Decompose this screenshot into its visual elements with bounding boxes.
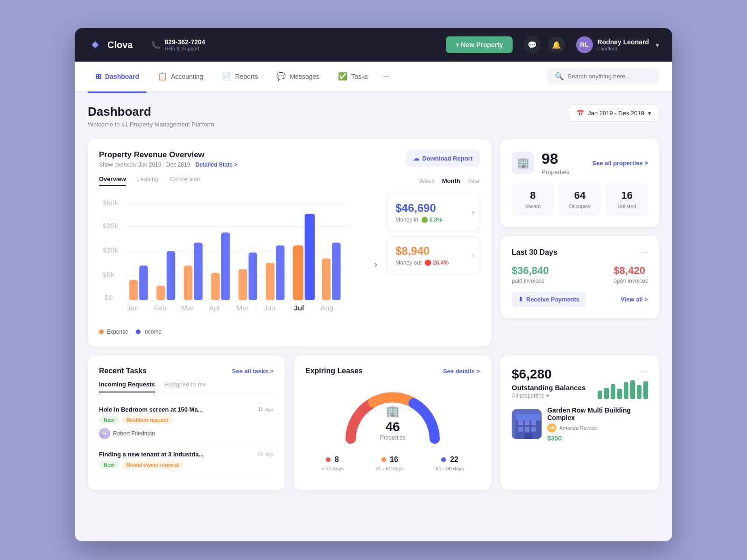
nav-accounting-label: Accounting	[171, 73, 203, 80]
svg-rect-20	[266, 263, 274, 300]
menu-bar: ⊞ Dashboard 📋 Accounting 📄 Reports 💬 Mes…	[75, 62, 672, 91]
property-balance: $350	[547, 434, 648, 442]
nav-accounting[interactable]: 📋 Accounting	[150, 68, 211, 84]
lease-item-90: 22 61 - 90 days	[436, 455, 464, 471]
date-range-label: Jan 2019 - Des 2019	[588, 110, 644, 117]
income-dot	[136, 329, 141, 334]
phone-number: 829-362-7204	[164, 38, 205, 46]
nav-reports[interactable]: 📄 Reports	[214, 68, 265, 84]
see-all-properties-link[interactable]: See all properties >	[592, 160, 648, 167]
legend-income: Income	[136, 329, 162, 335]
outstanding-dots-button[interactable]: ···	[598, 367, 648, 377]
tag-resident: Resident request	[122, 416, 173, 424]
phone-subtitle: Help & Support	[164, 46, 205, 51]
lease-count-90: 22	[450, 455, 458, 463]
income-label: Income	[143, 329, 162, 335]
period-year[interactable]: Year	[468, 177, 480, 184]
paid-invoices: $36,840 paid invoices	[512, 265, 549, 284]
lease-label-30: < 30 days	[321, 466, 344, 471]
task-row: Hole in Bedroom screen at 150 Ma... 1d a…	[99, 406, 274, 413]
properties-header: 🏢 98 Properties See all properties >	[512, 150, 648, 175]
last30-dots-button[interactable]: ···	[641, 247, 648, 257]
property-stats-grid: 8 Vacant 64 Occupied 16 Unlisted	[512, 183, 648, 216]
property-item: Garden Row Multi Building Complex AR Ama…	[512, 406, 648, 442]
user-avatar: RL	[576, 36, 593, 53]
vacant-label: Vacant	[518, 203, 548, 209]
svg-rect-38	[525, 420, 529, 425]
svg-text:Aug: Aug	[321, 304, 333, 312]
new-property-button[interactable]: + New Property	[446, 36, 512, 53]
download-icon: ☁	[413, 155, 419, 162]
outstanding-title: Outstanding Balances	[512, 384, 585, 392]
revenue-header: Property Revenue Overview Show overview …	[99, 150, 480, 168]
search-input[interactable]	[568, 73, 652, 80]
money-in-nav-icon[interactable]: ›	[472, 209, 474, 216]
nav-tasks[interactable]: ✅ Tasks	[331, 68, 375, 84]
tab-overview[interactable]: Overview	[99, 175, 126, 186]
bar-8	[643, 381, 648, 399]
see-details-link[interactable]: See details >	[443, 368, 480, 375]
chat-icon-button[interactable]: 💬	[524, 36, 541, 53]
lease-label-90: 61 - 90 days	[436, 466, 464, 471]
right-column: 🏢 98 Properties See all properties > 8 V…	[500, 139, 659, 346]
last-30-days-card: Last 30 Days ··· $36,840 paid invoices $…	[500, 236, 659, 318]
receive-payments-button[interactable]: ⬇ Receive Payments	[512, 292, 586, 307]
building-icon: 🏢	[512, 152, 534, 174]
page-subtitle: Welcome to #1 Property Management Platfo…	[88, 121, 214, 128]
svg-text:$35k: $35k	[103, 222, 119, 230]
date-range-button[interactable]: 📅 Jan 2019 - Des 2019 ▾	[569, 105, 659, 122]
detailed-stats-link[interactable]: Detailed Stats >	[196, 161, 238, 168]
money-out-nav-icon[interactable]: ›	[472, 252, 474, 259]
unlisted-label: Unlisted	[612, 203, 641, 209]
last30-header: Last 30 Days ···	[512, 247, 648, 257]
occupied-label: Occupied	[565, 203, 595, 209]
assigned-to-me-tab[interactable]: Assigned to me	[164, 381, 206, 392]
user-role: Landlord	[598, 46, 649, 51]
svg-rect-18	[239, 269, 247, 300]
user-profile-area[interactable]: RL Rodney Leonard Landlord ▾	[576, 36, 659, 53]
nav-dashboard[interactable]: ⊞ Dashboard	[88, 68, 147, 84]
download-label: Download Report	[422, 155, 472, 162]
bell-icon-button[interactable]: 🔔	[548, 36, 565, 53]
page-title: Dashboard	[88, 105, 214, 119]
property-owner: AR Amanda Rawles	[547, 423, 648, 433]
chevron-down-icon: ▾	[648, 110, 651, 117]
tab-conversion[interactable]: Conversion	[169, 175, 200, 186]
donut-count: 46	[380, 420, 406, 434]
money-out-label: Money out 🔴 26.4%	[395, 259, 471, 266]
property-name: Garden Row Multi Building Complex	[547, 406, 648, 421]
bar-7	[637, 385, 641, 399]
svg-rect-15	[194, 243, 202, 300]
svg-rect-25	[332, 243, 340, 300]
paid-invoices-amount: $36,840	[512, 265, 549, 277]
period-month[interactable]: Month	[442, 177, 460, 184]
donut-center: 🏢 46 Properties	[380, 405, 406, 441]
see-all-tasks-link[interactable]: See all tasks >	[232, 368, 274, 375]
lease-legend: 8 < 30 days 16 31 - 60 days	[305, 455, 480, 471]
chart-right-arrow[interactable]: ›	[373, 194, 379, 335]
logo: Clova	[88, 37, 133, 52]
orange-dot	[381, 457, 386, 462]
money-out-change-value: 26.4%	[433, 259, 449, 266]
task-time: 2d ago	[258, 451, 274, 456]
svg-text:Apr: Apr	[209, 304, 220, 312]
outstanding-filter[interactable]: All properties ▾	[512, 392, 585, 399]
bar-3	[611, 384, 615, 399]
incoming-requests-tab[interactable]: Incoming Requests	[99, 381, 155, 392]
period-week[interactable]: Week	[419, 177, 435, 184]
money-out-card: › $8,940 Money out 🔴 26.4%	[387, 237, 480, 274]
property-image-svg	[512, 409, 542, 439]
nav-messages[interactable]: 💬 Messages	[269, 68, 327, 84]
view-all-link[interactable]: View all >	[620, 296, 648, 303]
svg-text:Mar: Mar	[181, 304, 194, 312]
money-out-text: Money out	[395, 259, 422, 266]
more-options-icon[interactable]: ···	[379, 68, 394, 85]
new-property-label: + New Property	[455, 41, 503, 49]
download-report-button[interactable]: ☁ Download Report	[406, 150, 480, 167]
vacant-count: 8	[518, 189, 548, 202]
bar-chart-svg: $50k $35k $20k $5k $0	[99, 194, 365, 323]
outstanding-balances-card: $6,280 Outstanding Balances All properti…	[500, 356, 659, 490]
tab-leasing[interactable]: Leasing	[137, 175, 159, 186]
svg-rect-41	[525, 427, 529, 432]
bottom-grid: Recent Tasks See all tasks > Incoming Re…	[88, 356, 659, 490]
